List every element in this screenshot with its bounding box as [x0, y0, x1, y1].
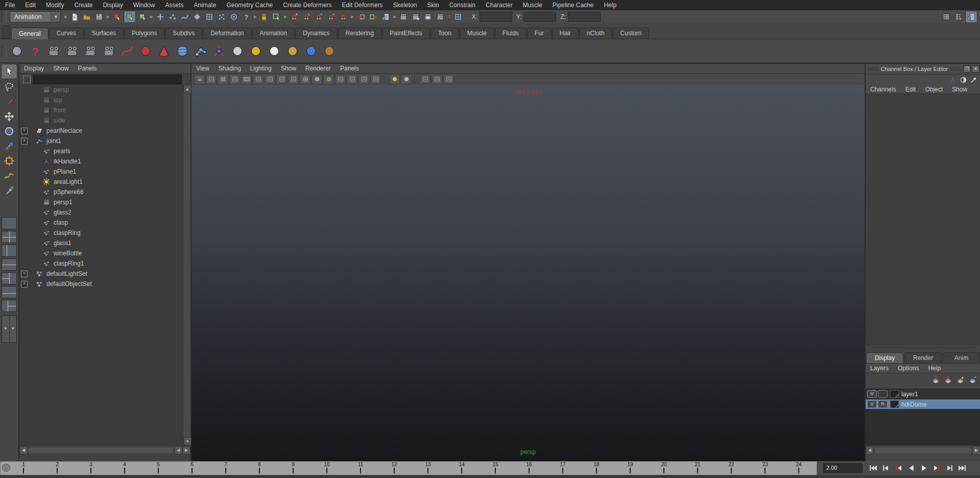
shelf-item-annotation-tool-icon[interactable]	[266, 42, 283, 60]
outliner-item-clasp[interactable]: clasp	[19, 218, 183, 228]
shelf-item-distance-tool-icon[interactable]	[229, 42, 246, 60]
menu-set-selector[interactable]: Animation ▼	[10, 11, 61, 22]
go-to-end-button[interactable]	[956, 462, 969, 473]
close-icon[interactable]: ✕	[972, 65, 979, 73]
shadows-icon[interactable]	[347, 75, 357, 84]
shelf-item-scene-history-icon[interactable]	[8, 42, 26, 60]
make-live-icon[interactable]	[338, 11, 349, 22]
input-connections-icon[interactable]	[355, 11, 367, 22]
outliner-item-claspRing[interactable]: claspRing	[19, 228, 183, 238]
outliner-search-input[interactable]	[33, 75, 182, 84]
share-node-icon[interactable]	[443, 75, 454, 84]
outliner-menu-panels[interactable]: Panels	[73, 64, 101, 73]
step-forward-frame-button[interactable]	[943, 462, 956, 473]
default-material-icon[interactable]	[358, 75, 369, 84]
layer-visibility-toggle[interactable]: V	[867, 390, 877, 398]
filter-icon[interactable]	[23, 76, 31, 83]
shelf-tab-dynamics[interactable]: Dynamics	[295, 28, 338, 39]
outliner-horizontal-scrollbar[interactable]: ◀ ◀ ▶	[19, 445, 190, 455]
viewport-menu-view[interactable]: View	[192, 64, 214, 73]
outliner-item-areaLight1[interactable]: areaLight1	[19, 177, 183, 187]
quick-layout-persp-top[interactable]	[2, 286, 17, 298]
shelf-tab-animation[interactable]: Animation	[252, 28, 295, 39]
shelf-item-revolve-surface-icon[interactable]	[137, 42, 154, 60]
coord-input-z[interactable]	[568, 12, 601, 22]
quick-layout-expander[interactable]: ▼▼	[2, 315, 17, 343]
outliner-item-top[interactable]: top	[19, 95, 183, 105]
snap-point-icon[interactable]	[313, 11, 324, 22]
drag-handle[interactable]	[868, 67, 879, 71]
step-back-frame-button[interactable]	[879, 462, 892, 473]
attribute-editor-toggle-icon[interactable]	[965, 11, 977, 23]
time-slider[interactable]: 123456789101112131415161718192021222324	[0, 461, 817, 476]
outliner-item-pearlNeclace[interactable]: +pearlNeclace	[19, 126, 183, 136]
snap-curve-icon[interactable]	[301, 11, 312, 22]
new-layer-assign-icon[interactable]	[967, 374, 978, 385]
layer-render-toggle[interactable]: ·	[878, 390, 888, 398]
toolbar-separator[interactable]: ▶	[283, 11, 288, 22]
menubar-item-edit[interactable]: Edit	[20, 0, 41, 10]
coordinate-mode-icon[interactable]	[452, 11, 464, 22]
outliner-item-glass1[interactable]: glass1	[19, 238, 183, 248]
axis-tripod-icon[interactable]	[948, 75, 958, 84]
channel-box-empty-area[interactable]	[866, 93, 980, 347]
viewport-canvas[interactable]: 594 x 378 persp	[192, 85, 865, 462]
viewport-menu-lighting[interactable]: Lighting	[246, 64, 276, 73]
render-settings-icon[interactable]	[435, 11, 446, 22]
coord-input-x[interactable]	[480, 12, 512, 22]
shelf-tab-custom[interactable]: Custom	[613, 28, 649, 39]
shelf-item-render-globe-icon[interactable]	[302, 42, 320, 60]
menubar-item-help[interactable]: Help	[599, 0, 622, 10]
move-layer-down-icon[interactable]	[942, 374, 953, 385]
shelf-item-shelf-help-icon[interactable]: ?	[27, 42, 44, 60]
menubar-item-edit-deformers[interactable]: Edit Deformers	[337, 0, 388, 10]
quick-layout-persp-graph[interactable]	[2, 258, 17, 271]
invert-shading-icon[interactable]	[959, 75, 968, 84]
open-scene-icon[interactable]	[81, 11, 92, 22]
safe-title-icon[interactable]	[288, 75, 299, 84]
step-forward-key-button[interactable]	[930, 462, 943, 473]
play-backwards-button[interactable]	[905, 462, 918, 473]
select-component-icon[interactable]	[137, 11, 148, 22]
outliner-item-pSphere66[interactable]: pSphere66	[19, 187, 183, 197]
universal-manipulator[interactable]	[2, 154, 17, 168]
expand-icon[interactable]: +	[21, 138, 28, 145]
shelf-tab-surfaces[interactable]: Surfaces	[84, 28, 124, 39]
shelf-tab-painteffects[interactable]: PaintEffects	[382, 28, 430, 39]
quick-layout-single-pane[interactable]	[2, 217, 17, 229]
move-tool[interactable]	[2, 109, 17, 124]
smooth-shade-icon[interactable]	[312, 75, 322, 84]
quick-layout-outliner-persp[interactable]	[2, 300, 17, 312]
outliner-item-wineBottle[interactable]: wineBottle	[19, 248, 183, 258]
shelf-item-camera-aim-icon[interactable]	[100, 42, 117, 60]
menubar-item-modify[interactable]: Modify	[41, 0, 69, 10]
outliner-item-pearls[interactable]: pearls	[19, 146, 183, 156]
scroll-right-icon[interactable]: ▶	[972, 446, 980, 455]
save-scene-icon[interactable]	[93, 11, 105, 22]
film-gate-icon[interactable]	[229, 75, 240, 84]
channel-box-menu-edit[interactable]: Edit	[901, 85, 921, 94]
isolate-select-icon[interactable]	[420, 75, 431, 84]
step-back-key-button[interactable]	[892, 462, 905, 473]
scroll-down-icon[interactable]: ▼	[183, 437, 192, 445]
outliner-item-persp[interactable]: persp	[19, 85, 183, 95]
menubar-item-skin[interactable]: Skin	[422, 0, 444, 10]
shelf-groove[interactable]	[1, 46, 7, 56]
menubar-item-create-deformers[interactable]: Create Deformers	[278, 0, 337, 10]
layer-editor-tab-render[interactable]: Render	[904, 352, 942, 363]
menubar-item-character[interactable]: Character	[481, 0, 518, 10]
menubar-item-animate[interactable]: Animate	[188, 0, 221, 10]
layer-editor-tab-anim[interactable]: Anim	[943, 352, 980, 363]
mask-surfaces-icon[interactable]	[192, 11, 203, 22]
viewport-menu-panels[interactable]: Panels	[336, 64, 364, 73]
shelf-item-measure-tool-icon[interactable]	[284, 42, 301, 60]
layer-row-hdrDome[interactable]: VRhdrDome	[866, 399, 980, 410]
lock-selection-icon[interactable]	[258, 11, 270, 22]
shelf-tab-curves[interactable]: Curves	[49, 28, 84, 39]
outliner-item-persp1[interactable]: persp1	[19, 197, 183, 207]
play-forwards-button[interactable]	[918, 462, 930, 473]
menubar-item-window[interactable]: Window	[128, 0, 160, 10]
layer-visibility-toggle[interactable]: V	[867, 400, 877, 408]
soft-mod-tool[interactable]	[2, 169, 17, 183]
resolution-gate-icon[interactable]	[241, 75, 252, 84]
